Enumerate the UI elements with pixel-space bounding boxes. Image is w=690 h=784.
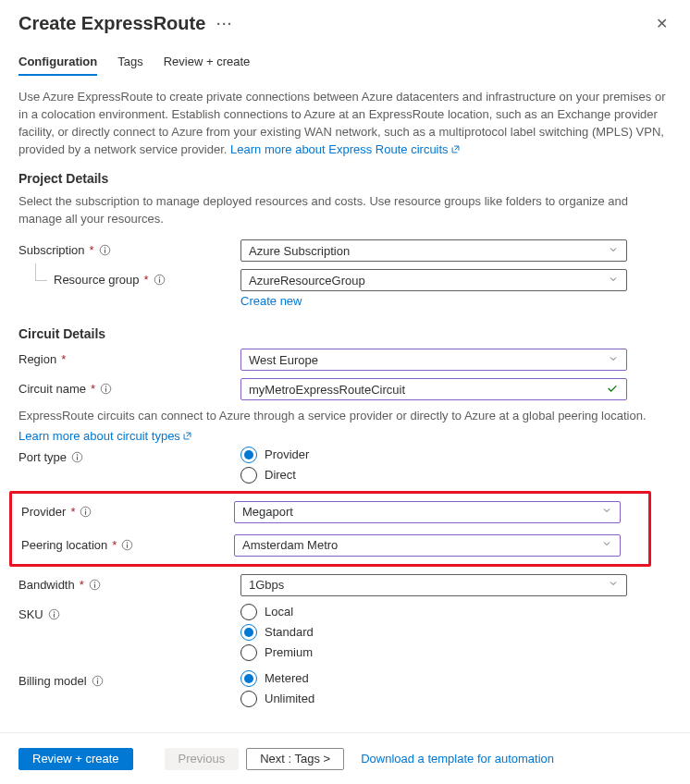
provider-label: Provider [21,505,66,519]
wizard-footer: Review + create Previous Next : Tags > D… [0,732,690,784]
port-type-radio-group: Provider Direct [240,447,627,484]
sku-standard-radio[interactable]: Standard [240,624,627,641]
info-icon[interactable] [48,608,60,620]
sku-label: SKU [18,607,43,621]
required-icon: * [61,352,66,366]
sku-premium-radio[interactable]: Premium [240,644,627,661]
required-icon: * [80,578,84,592]
chevron-down-icon [608,244,619,258]
info-icon[interactable] [80,506,92,518]
page-title: Create ExpressRoute [18,13,205,34]
info-icon[interactable] [99,244,111,256]
chevron-down-icon [608,274,619,288]
info-icon[interactable] [121,539,133,551]
project-details-heading: Project Details [18,171,672,186]
info-icon[interactable] [100,383,112,395]
tab-tags[interactable]: Tags [117,51,142,76]
provider-peering-highlight: Provider * Megaport Peering location * A… [9,491,651,567]
required-icon: * [70,505,75,519]
subscription-select[interactable]: Azure Subscription [240,239,627,262]
sku-local-radio[interactable]: Local [240,604,627,620]
chevron-down-icon [608,578,619,592]
billing-metered-radio[interactable]: Metered [240,670,627,687]
port-type-direct-radio[interactable]: Direct [240,467,627,484]
info-icon[interactable] [154,274,166,286]
billing-radio-group: Metered Unlimited [240,670,627,707]
peering-location-select[interactable]: Amsterdam Metro [234,534,621,557]
region-select[interactable]: West Europe [240,349,627,371]
tab-review[interactable]: Review + create [164,51,251,76]
billing-model-label: Billing model [18,674,87,688]
required-icon: * [144,273,149,287]
circuit-name-input[interactable]: myMetroExpressRouteCircuit [240,378,627,400]
close-button[interactable]: ✕ [652,15,672,32]
port-type-provider-radio[interactable]: Provider [240,447,627,463]
tab-configuration[interactable]: Configuration [18,51,97,76]
check-icon [606,382,619,398]
circuit-name-label: Circuit name [18,382,86,396]
next-button[interactable]: Next : Tags > [246,748,344,770]
info-icon[interactable] [92,675,104,687]
resource-group-label: Resource group [54,273,140,287]
subscription-label: Subscription [18,243,85,257]
sku-radio-group: Local Standard Premium [240,604,627,661]
external-link-icon [450,142,461,153]
chevron-down-icon [608,353,619,367]
chevron-down-icon [601,505,612,519]
region-label: Region [18,352,56,366]
external-link-icon [182,430,192,440]
create-new-rg-link[interactable]: Create new [240,294,302,308]
resource-group-select[interactable]: AzureResourceGroup [240,269,627,291]
required-icon: * [90,243,94,257]
previous-button: Previous [165,748,240,770]
learn-more-circuit-types-link[interactable]: Learn more about circuit types [18,429,192,443]
download-template-link[interactable]: Download a template for automation [361,752,554,766]
learn-more-circuits-link[interactable]: Learn more about Express Route circuits [230,142,461,156]
port-type-label: Port type [18,450,67,464]
peering-location-label: Peering location [21,538,107,552]
required-icon: * [112,538,117,552]
info-icon[interactable] [89,579,101,591]
info-icon[interactable] [71,451,83,463]
circuit-details-heading: Circuit Details [18,326,672,341]
required-icon: * [91,382,95,396]
circuit-note: ExpressRoute circuits can connect to Azu… [18,408,672,425]
provider-select[interactable]: Megaport [234,501,621,523]
chevron-down-icon [601,538,612,552]
more-options-button[interactable]: ··· [216,17,233,31]
review-create-button[interactable]: Review + create [18,748,133,770]
bandwidth-select[interactable]: 1Gbps [240,574,627,596]
intro-text: Use Azure ExpressRoute to create private… [18,89,672,158]
project-details-sub: Select the subscription to manage deploy… [18,193,672,228]
billing-unlimited-radio[interactable]: Unlimited [240,691,627,707]
bandwidth-label: Bandwidth [18,578,75,592]
tab-bar: Configuration Tags Review + create [18,51,672,76]
